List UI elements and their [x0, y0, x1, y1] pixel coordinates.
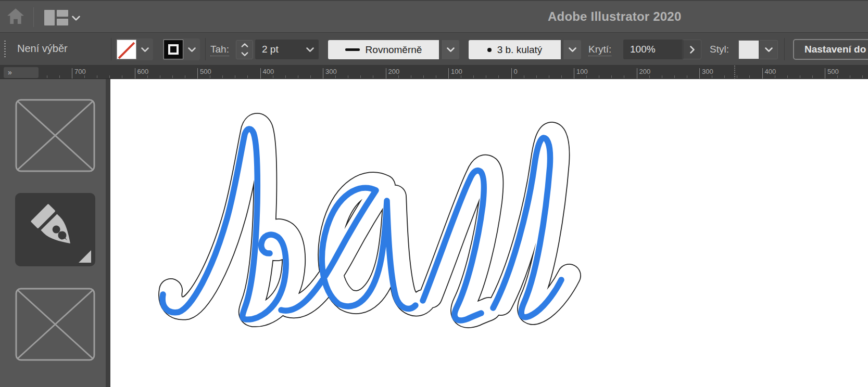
brush-chevron-down-button[interactable] [563, 40, 581, 59]
ruler-tick-label: 700 [74, 68, 86, 75]
ruler-minor-tick [373, 75, 373, 78]
ruler-minor-tick [310, 75, 311, 78]
ruler-minor-tick [611, 75, 612, 78]
ruler-tick-label: 600 [137, 68, 149, 75]
ruler-minor-tick [586, 75, 587, 78]
arrange-documents-icon[interactable] [44, 10, 68, 25]
ruler-minor-tick [812, 75, 813, 78]
opacity-field[interactable]: 100% [623, 40, 682, 59]
selection-status: Není výběr [17, 43, 68, 55]
round-brush-dot-icon [487, 48, 492, 52]
ruler-minor-tick [473, 75, 474, 78]
ruler-minor-tick [561, 75, 562, 78]
variable-width-profile-select[interactable]: Rovnoměrně [328, 40, 439, 59]
fill-none-swatch[interactable] [117, 40, 136, 59]
ruler-minor-tick [737, 75, 737, 78]
separator [784, 38, 785, 60]
ruler-minor-tick [486, 75, 486, 78]
brush-value: 3 b. kulatý [497, 44, 543, 56]
fill-color-group [116, 38, 153, 60]
style-label: Styl: [710, 44, 729, 56]
panel-grip-handle[interactable] [4, 41, 6, 58]
ruler-minor-tick [524, 75, 524, 78]
ruler-major-tick [323, 68, 323, 79]
stroke-chevron-down-icon[interactable] [183, 40, 200, 59]
ruler-minor-tick [285, 75, 286, 78]
ruler-tick-label: 0 [514, 68, 518, 75]
ruler-minor-tick [498, 75, 499, 78]
ruler-minor-tick [461, 75, 461, 78]
crossed-box-icon [15, 288, 95, 361]
artboard-boundary-marker [734, 66, 735, 79]
ruler-collapse-button[interactable]: » [4, 67, 39, 78]
ruler-minor-tick [185, 75, 185, 78]
style-chevron-down-button[interactable] [760, 40, 778, 59]
ruler-minor-tick [109, 75, 110, 78]
ruler-minor-tick [724, 75, 725, 78]
titlebar-separator [33, 7, 34, 27]
stroke-black-swatch[interactable] [163, 40, 183, 59]
ruler-minor-tick [360, 75, 361, 78]
stroke-weight-label[interactable]: Tah: [210, 44, 229, 56]
ruler-minor-tick [712, 75, 712, 78]
ruler-minor-tick [210, 75, 210, 78]
crossed-box-icon [15, 99, 95, 172]
ruler-major-tick [825, 68, 825, 79]
stroke-weight-chevron-down-icon[interactable] [301, 47, 319, 52]
ruler-tick-label: 500 [200, 68, 211, 75]
ruler-tick-label: 200 [388, 68, 400, 75]
ruler-minor-tick [147, 75, 148, 78]
profile-value: Rovnoměrně [366, 44, 422, 56]
empty-artboard-thumbnail[interactable] [15, 288, 95, 361]
ruler-tick-label: 400 [263, 68, 274, 75]
ruler-major-tick [197, 68, 198, 79]
ruler-tick-label: 300 [702, 68, 713, 75]
fill-chevron-down-icon[interactable] [136, 40, 153, 59]
ruler-major-tick [72, 68, 72, 79]
pen-tool-icon [15, 193, 95, 266]
stroke-color-group [162, 38, 200, 60]
ruler-major-tick [762, 68, 763, 79]
separator [205, 38, 206, 60]
ruler-minor-tick [172, 75, 173, 78]
opacity-chevron-right-button[interactable] [683, 40, 701, 59]
ruler-minor-tick [247, 75, 248, 78]
empty-artboard-thumbnail[interactable] [15, 99, 95, 172]
tools-sidebar [0, 79, 106, 387]
brush-definition-select[interactable]: 3 b. kulatý [469, 40, 561, 59]
opacity-value: 100% [623, 44, 682, 55]
workspace-chevron-down-icon[interactable] [72, 14, 80, 19]
ruler-major-tick [260, 68, 261, 79]
pen-tool-button[interactable] [15, 193, 95, 266]
ruler-minor-tick [662, 75, 662, 78]
opacity-label[interactable]: Krytí: [588, 44, 611, 56]
ruler-minor-tick [335, 75, 336, 78]
artboard-canvas[interactable] [110, 79, 868, 387]
ruler-minor-tick [687, 75, 687, 78]
ruler-minor-tick [84, 75, 85, 78]
ruler-minor-tick [47, 75, 47, 78]
ruler-major-tick [448, 68, 449, 79]
ruler-minor-tick [549, 75, 549, 78]
ruler-major-tick [699, 68, 700, 79]
ruler-minor-tick [624, 75, 624, 78]
style-swatch[interactable] [738, 40, 759, 59]
ruler-minor-tick [649, 75, 650, 78]
ruler-minor-tick [800, 75, 800, 78]
ruler-minor-tick [850, 75, 850, 78]
ruler-minor-tick [862, 75, 863, 78]
ruler-minor-tick [97, 75, 97, 78]
stepper-down-button[interactable] [236, 50, 253, 59]
profile-chevron-down-button[interactable] [441, 40, 459, 59]
horizontal-ruler[interactable]: 7006005004003002001000100200300400500 » [0, 66, 868, 79]
home-button[interactable] [7, 8, 26, 27]
stroke-weight-field[interactable]: 2 pt [255, 40, 319, 59]
stepper-up-button[interactable] [236, 41, 253, 50]
ruler-major-tick [637, 68, 637, 79]
home-icon [7, 8, 24, 24]
document-setup-button[interactable]: Nastavení do [793, 39, 868, 60]
ruler-minor-tick [674, 75, 675, 78]
ruler-minor-tick [436, 75, 436, 78]
ruler-minor-tick [122, 75, 122, 78]
ruler-major-tick [135, 68, 135, 79]
